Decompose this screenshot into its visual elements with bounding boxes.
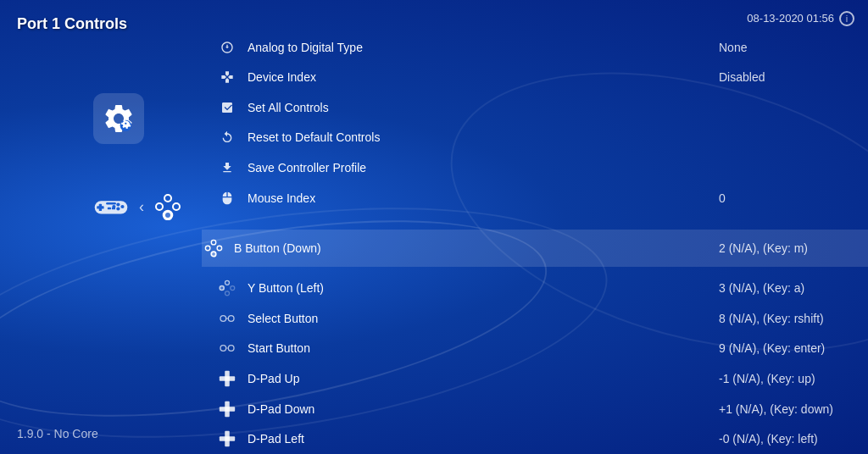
svg-point-5 bbox=[120, 205, 124, 208]
svg-rect-9 bbox=[108, 208, 111, 210]
version-label: 1.9.0 - No Core bbox=[17, 427, 98, 440]
dpad-left-value: -0 (N/A), (Key: left) bbox=[719, 432, 854, 446]
set-all-icon bbox=[215, 101, 239, 114]
face-buttons-nav-icon bbox=[154, 193, 181, 220]
save-icon bbox=[215, 161, 239, 174]
svg-point-4 bbox=[116, 202, 120, 206]
reset-to-default-label: Reset to Default Controls bbox=[248, 130, 719, 144]
svg-rect-35 bbox=[220, 436, 235, 441]
reset-to-default-row[interactable]: Reset to Default Controls bbox=[202, 123, 868, 153]
analog-to-digital-row[interactable]: Analog to Digital Type None bbox=[202, 32, 868, 63]
controller-icon bbox=[93, 195, 129, 219]
svg-point-12 bbox=[173, 203, 180, 210]
svg-rect-33 bbox=[220, 407, 235, 412]
port-title: Port 1 Controls bbox=[17, 15, 127, 33]
dpad-left-label: D-Pad Left bbox=[248, 432, 719, 446]
svg-point-15 bbox=[164, 211, 172, 219]
b-button-down-value: 2 (N/A), (Key: m) bbox=[719, 241, 854, 255]
svg-point-18 bbox=[211, 252, 216, 257]
svg-point-14 bbox=[156, 203, 163, 210]
save-controller-profile-row[interactable]: Save Controller Profile bbox=[202, 152, 868, 183]
dpad-down-row[interactable]: D-Pad Down +1 (N/A), (Key: down) bbox=[202, 394, 868, 424]
svg-point-16 bbox=[211, 240, 216, 245]
analog-to-digital-value: None bbox=[719, 41, 854, 54]
svg-rect-8 bbox=[106, 202, 116, 205]
analog-icon bbox=[215, 41, 239, 54]
datetime-display: 08-13-2020 01:56 bbox=[747, 12, 834, 25]
svg-point-20 bbox=[225, 281, 230, 285]
set-all-controls-row[interactable]: Set All Controls bbox=[202, 92, 868, 123]
svg-rect-10 bbox=[112, 208, 115, 210]
dpad-up-row[interactable]: D-Pad Up -1 (N/A), (Key: up) bbox=[202, 363, 868, 394]
svg-point-11 bbox=[164, 195, 171, 202]
device-index-value: Disabled bbox=[719, 70, 854, 84]
y-button-left-value: 3 (N/A), (Key: a) bbox=[719, 281, 854, 295]
device-index-row[interactable]: Device Index Disabled bbox=[202, 62, 868, 92]
select-icon bbox=[215, 313, 239, 324]
analog-to-digital-label: Analog to Digital Type bbox=[248, 41, 719, 54]
face-buttons-icon bbox=[202, 239, 225, 257]
chevron-left-icon[interactable]: ‹ bbox=[139, 198, 144, 216]
gear-icon bbox=[93, 93, 144, 144]
svg-rect-3 bbox=[97, 206, 103, 208]
dpad-up-icon bbox=[215, 369, 239, 388]
dpad-down-icon bbox=[215, 400, 239, 418]
start-button-label: Start Button bbox=[248, 341, 719, 355]
mouse-index-value: 0 bbox=[719, 191, 854, 205]
y-button-icon bbox=[215, 280, 239, 296]
start-icon bbox=[215, 342, 239, 354]
save-controller-profile-label: Save Controller Profile bbox=[248, 161, 719, 174]
mouse-index-label: Mouse Index bbox=[248, 191, 719, 205]
info-icon[interactable]: i bbox=[839, 11, 854, 26]
svg-point-19 bbox=[205, 246, 210, 251]
start-button-value: 9 (N/A), (Key: enter) bbox=[719, 341, 854, 355]
dpad-left-icon bbox=[215, 429, 239, 448]
y-button-left-row[interactable]: Y Button (Left) 3 (N/A), (Key: a) bbox=[202, 273, 868, 303]
reset-icon bbox=[215, 130, 239, 144]
svg-point-21 bbox=[231, 286, 235, 291]
dpad-up-value: -1 (N/A), (Key: up) bbox=[719, 372, 854, 385]
svg-point-17 bbox=[217, 246, 222, 251]
svg-point-22 bbox=[225, 291, 230, 296]
set-all-controls-label: Set All Controls bbox=[248, 101, 719, 114]
y-button-left-label: Y Button (Left) bbox=[248, 281, 719, 295]
device-index-label: Device Index bbox=[248, 70, 719, 84]
controller-nav-area: ‹ bbox=[93, 193, 181, 220]
svg-point-6 bbox=[116, 207, 120, 210]
dpad-up-label: D-Pad Up bbox=[248, 372, 719, 385]
svg-rect-31 bbox=[220, 376, 235, 381]
svg-point-26 bbox=[228, 316, 234, 322]
svg-point-29 bbox=[228, 346, 234, 352]
svg-point-24 bbox=[220, 316, 226, 322]
dpad-down-label: D-Pad Down bbox=[248, 402, 719, 416]
select-button-label: Select Button bbox=[248, 312, 719, 325]
select-button-row[interactable]: Select Button 8 (N/A), (Key: rshift) bbox=[202, 303, 868, 334]
mouse-index-row[interactable]: Mouse Index 0 bbox=[202, 183, 868, 213]
b-button-down-label: B Button (Down) bbox=[234, 241, 719, 255]
svg-point-23 bbox=[220, 286, 224, 291]
dpad-left-row[interactable]: D-Pad Left -0 (N/A), (Key: left) bbox=[202, 424, 868, 454]
start-button-row[interactable]: Start Button 9 (N/A), (Key: enter) bbox=[202, 334, 868, 364]
select-button-value: 8 (N/A), (Key: rshift) bbox=[719, 312, 854, 325]
svg-point-27 bbox=[220, 346, 226, 352]
b-button-down-row[interactable]: B Button (Down) 2 (N/A), (Key: m) bbox=[202, 230, 868, 267]
mouse-icon bbox=[215, 191, 239, 205]
gamepad-small-icon bbox=[215, 70, 239, 84]
dpad-down-value: +1 (N/A), (Key: down) bbox=[719, 402, 854, 416]
